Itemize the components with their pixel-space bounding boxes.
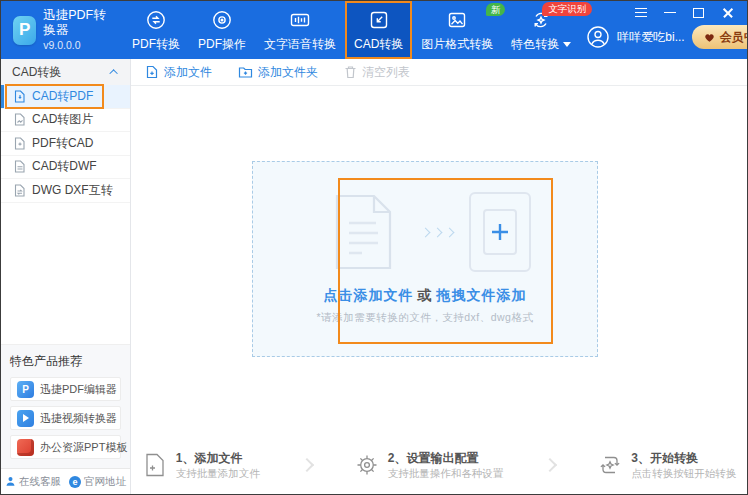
step-desc: 点击转换按钮开始转换 [631,466,736,480]
step-file-icon [142,452,168,478]
steps-guide: 1、添加文件 支持批量添加文件 2、设置输出配置 支持批量操作和各种设置 [131,436,747,494]
nav-tab-special-convert[interactable]: 特色转换 文字识别 [502,1,580,59]
nav-tab-image-format[interactable]: 图片格式转换 新 [412,1,502,59]
nav-tab-label: 特色转换 [511,36,571,53]
video-converter-icon [17,410,34,427]
sidebar-group-title: CAD转换 [12,64,61,81]
content-area: 点击添加文件或拖拽文件添加 *请添加需要转换的文件，支持dxf、dwg格式 [131,86,747,436]
plus-icon [490,222,510,242]
nav-tab-label: PDF转换 [132,36,180,53]
drag-add-file-link[interactable]: 拖拽文件添加 [437,287,527,303]
chevron-up-icon [109,69,117,77]
maximize-icon[interactable] [693,7,706,18]
minimize-icon[interactable] [664,7,677,18]
nav-tab-label: 图片格式转换 [421,36,493,53]
sidebar-group-cad[interactable]: CAD转换 [1,59,130,85]
promo-title: 特色产品推荐 [10,353,121,370]
sidebar-item-label: CAD转DWF [32,158,97,175]
avatar[interactable] [586,25,610,49]
app-logo-icon: P [13,16,36,45]
step-convert-icon [597,452,623,478]
dropzone-hint: *请添加需要转换的文件，支持dxf、dwg格式 [253,311,597,325]
user-name[interactable]: 咩咩爱吃bi... [617,29,684,46]
click-add-file-link[interactable]: 点击添加文件 [324,287,414,303]
app-title: 迅捷PDF转换器 [43,8,113,39]
nav-tab-pdf-convert[interactable]: PDF转换 [123,1,189,59]
image-format-icon [446,9,468,31]
step-separator-icon [543,458,557,472]
trash-icon [344,65,357,79]
pdf-editor-icon: P [17,381,34,398]
promo-label: 办公资源PPT模板 [40,440,127,455]
promo-label: 迅捷视频转换器 [40,411,117,426]
step-separator-icon [300,458,314,472]
add-folder-icon [238,65,253,79]
cad-convert-icon [368,9,390,31]
file-dropzone[interactable]: 点击添加文件或拖拽文件添加 *请添加需要转换的文件，支持dxf、dwg格式 [252,161,598,357]
nav-tab-text-voice[interactable]: 文字语音转换 [255,1,345,59]
dropzone-actions: 点击添加文件或拖拽文件添加 [253,287,597,305]
sidebar-item-dwg-dxf[interactable]: DWG DXF互转 [1,179,130,203]
nav-tab-label: 文字语音转换 [264,36,336,53]
toolbar: 添加文件 添加文件夹 清空列表 [131,59,747,86]
website-globe-icon: e [69,476,81,488]
ppt-templates-icon [17,439,34,456]
add-file-plus-button[interactable] [483,209,517,255]
step-convert: 3、开始转换 点击转换按钮开始转换 [597,450,736,480]
step-title: 设置输出配置 [406,451,478,465]
step-gear-icon [354,452,380,478]
clear-list-label: 清空列表 [362,64,410,81]
promo-ppt-templates[interactable]: 办公资源PPT模板 [10,435,121,459]
sidebar-item-label: CAD转PDF [32,88,93,105]
sidebar-item-cad-to-dwf[interactable]: CAD转DWF [1,156,130,180]
or-text: 或 [418,287,433,303]
add-folder-button[interactable]: 添加文件夹 [238,64,318,81]
promo-pdf-editor[interactable]: P 迅捷PDF编辑器 [10,377,121,401]
sidebar-item-pdf-to-cad[interactable]: PDF转CAD [1,132,130,156]
add-file-label: 添加文件 [164,64,212,81]
file-swap-icon [14,184,26,197]
step-title: 开始转换 [650,451,698,465]
step-configure: 2、设置输出配置 支持批量操作和各种设置 [354,450,504,480]
heart-badge-icon [703,31,716,44]
pdf-operate-icon [211,9,233,31]
online-support-link[interactable]: 在线客服 [5,475,61,489]
sidebar-item-cad-to-pdf[interactable]: CAD转PDF [1,85,130,109]
main-panel: 添加文件 添加文件夹 清空列表 [131,59,747,494]
arrows-right-icon [422,229,453,236]
main-nav: PDF转换 PDF操作 文字语音转换 CAD转换 [123,1,580,59]
member-center-button[interactable]: 会员中心 [692,25,748,49]
online-support-label: 在线客服 [19,475,61,489]
file-image-icon [14,113,26,126]
chevron-down-icon [563,42,571,47]
pdf-convert-icon [145,9,167,31]
window-controls [635,7,735,18]
file-arrow-icon [14,90,26,103]
step-number: 3、 [631,451,650,465]
file-icon [14,160,26,173]
nav-tab-cad-convert[interactable]: CAD转换 [345,1,412,59]
close-icon[interactable] [722,7,735,18]
sidebar-item-label: CAD转图片 [32,111,93,128]
add-target-panel [469,192,531,272]
sidebar-footer: 在线客服 e 官网地址 [1,468,130,494]
website-label: 官网地址 [84,475,126,489]
add-folder-label: 添加文件夹 [258,64,318,81]
website-link[interactable]: e 官网地址 [69,475,126,489]
add-file-button[interactable]: 添加文件 [145,64,212,81]
nav-tab-label: CAD转换 [354,36,403,53]
brand: P 迅捷PDF转换器 v9.0.0.0 [1,1,123,59]
voice-wave-icon [289,9,311,31]
clear-list-button[interactable]: 清空列表 [344,64,410,81]
ocr-badge: 文字识别 [542,2,592,16]
app-window: P 迅捷PDF转换器 v9.0.0.0 PDF转换 PDF操作 [0,0,748,495]
menu-icon[interactable] [635,7,648,18]
step-title: 添加文件 [194,451,242,465]
sidebar-item-label: DWG DXF互转 [32,182,113,199]
nav-tab-label: PDF操作 [198,36,246,53]
document-icon [320,192,406,272]
nav-tab-pdf-operate[interactable]: PDF操作 [189,1,255,59]
promo-video-converter[interactable]: 迅捷视频转换器 [10,406,121,430]
nav-tab-label-text: 特色转换 [511,36,559,53]
sidebar-item-cad-to-image[interactable]: CAD转图片 [1,109,130,133]
